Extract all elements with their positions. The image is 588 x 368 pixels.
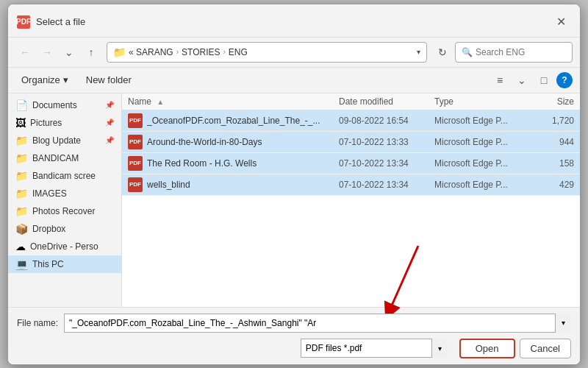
- sidebar-item-images[interactable]: 📁 IMAGES: [8, 185, 121, 202]
- sidebar-item-this-pc[interactable]: 💻 This PC: [8, 255, 121, 273]
- sidebar-item-dropbox[interactable]: 📦 Dropbox: [8, 220, 121, 238]
- sidebar-item-bandicam-scree[interactable]: 📁 Bandicam scree: [8, 167, 121, 185]
- file-size-cell: 429: [530, 180, 574, 190]
- pdf-icon: PDF: [128, 113, 143, 128]
- search-input[interactable]: [476, 47, 564, 57]
- dropbox-icon: 📦: [15, 223, 28, 235]
- sidebar-item-bandicam[interactable]: 📁 BANDICAM: [8, 149, 121, 167]
- file-name-cell: wells_blind: [147, 180, 339, 190]
- table-row[interactable]: PDF _OceanofPDF.com_Rozabal_Line_The_-_.…: [122, 110, 580, 132]
- cancel-button[interactable]: Cancel: [520, 339, 571, 358]
- column-name[interactable]: Name ▲: [128, 96, 339, 107]
- bottom-section: File name: ▾ PDF files *.pdf ▾ Open Canc…: [8, 307, 580, 364]
- sort-arrow: ▲: [157, 98, 164, 106]
- file-date-cell: 07-10-2022 13:34: [339, 180, 434, 190]
- toolbar: Organize ▾ New folder ≡ ⌄ □ ?: [8, 68, 580, 93]
- dialog-icon: PDF: [17, 15, 30, 29]
- breadcrumb[interactable]: 📁 « SARANG › STORIES › ENG ▾: [107, 42, 427, 63]
- file-name-cell: _OceanofPDF.com_Rozabal_Line_The_-_...: [147, 116, 339, 126]
- file-list: Name ▲ Date modified Type Size PDF _Ocea…: [122, 93, 580, 307]
- pdf-icon: PDF: [128, 177, 143, 192]
- file-type-cell: Microsoft Edge P...: [434, 116, 530, 126]
- file-size-cell: 1,720: [530, 116, 574, 126]
- folder-icon-blog: 📁: [15, 135, 28, 146]
- view-details-button[interactable]: ≡: [490, 71, 509, 90]
- folder-icon-bandicam2: 📁: [15, 170, 28, 182]
- search-icon: 🔍: [462, 47, 473, 57]
- view-pane-button[interactable]: □: [534, 71, 553, 90]
- file-type-select-wrapper: PDF files *.pdf ▾: [301, 339, 448, 358]
- pdf-icon: PDF: [128, 156, 143, 171]
- file-size-cell: 158: [530, 158, 574, 169]
- main-content: 📄 Documents 📌 🖼 Pictures 📌 📁 Blog Update…: [8, 93, 580, 307]
- pictures-icon: 🖼: [15, 117, 26, 129]
- column-type[interactable]: Type: [434, 96, 530, 107]
- table-row[interactable]: PDF The Red Room - H.G. Wells 07-10-2022…: [122, 153, 580, 174]
- sidebar-item-documents[interactable]: 📄 Documents 📌: [8, 96, 121, 114]
- sidebar: 📄 Documents 📌 🖼 Pictures 📌 📁 Blog Update…: [8, 93, 122, 307]
- up-button[interactable]: ↑: [82, 43, 101, 62]
- refresh-button[interactable]: ↻: [433, 43, 452, 62]
- column-date[interactable]: Date modified: [339, 96, 434, 107]
- file-type-cell: Microsoft Edge P...: [434, 137, 530, 147]
- pin-icon3: 📌: [105, 136, 114, 144]
- open-button[interactable]: Open: [459, 339, 515, 358]
- folder-icon-photos: 📁: [15, 205, 28, 217]
- organize-button[interactable]: Organize ▾: [15, 72, 74, 88]
- breadcrumb-part2: STORIES: [182, 47, 220, 57]
- folder-icon-images: 📁: [15, 188, 28, 199]
- dropdown-button[interactable]: ⌄: [60, 43, 79, 62]
- pdf-icon: PDF: [128, 135, 143, 149]
- title-bar: PDF Select a file ✕: [8, 4, 580, 38]
- sidebar-item-blog-update[interactable]: 📁 Blog Update 📌: [8, 132, 121, 149]
- file-date-cell: 07-10-2022 13:34: [339, 158, 434, 169]
- sidebar-item-photos-recover[interactable]: 📁 Photos Recover: [8, 202, 121, 220]
- file-type-row: PDF files *.pdf ▾ Open Cancel: [17, 339, 571, 358]
- navigation-bar: ← → ⌄ ↑ 📁 « SARANG › STORIES › ENG ▾ ↻ 🔍: [8, 38, 580, 68]
- file-name-dropdown-button[interactable]: ▾: [555, 314, 571, 333]
- breadcrumb-part1: « SARANG: [129, 47, 173, 57]
- table-row[interactable]: PDF wells_blind 07-10-2022 13:34 Microso…: [122, 174, 580, 196]
- view-dropdown-button[interactable]: ⌄: [512, 71, 531, 90]
- new-folder-button[interactable]: New folder: [80, 72, 137, 88]
- organize-dropdown-icon: ▾: [63, 74, 68, 85]
- sidebar-item-pictures[interactable]: 🖼 Pictures 📌: [8, 114, 121, 132]
- file-size-cell: 944: [530, 137, 574, 147]
- file-type-cell: Microsoft Edge P...: [434, 180, 530, 190]
- back-button[interactable]: ←: [15, 43, 35, 62]
- forward-button[interactable]: →: [37, 43, 57, 62]
- file-name-label: File name:: [17, 318, 58, 328]
- pc-icon: 💻: [15, 258, 28, 270]
- file-date-cell: 07-10-2022 13:33: [339, 137, 434, 147]
- sidebar-item-onedrive[interactable]: ☁ OneDrive - Perso: [8, 238, 121, 255]
- breadcrumb-dropdown-arrow[interactable]: ▾: [417, 48, 420, 56]
- file-type-cell: Microsoft Edge P...: [434, 158, 530, 169]
- file-dialog: PDF Select a file ✕ ← → ⌄ ↑ 📁 « SARANG ›…: [7, 4, 581, 365]
- folder-icon-bandicam: 📁: [15, 152, 28, 164]
- action-buttons: Open Cancel: [459, 339, 571, 358]
- file-date-cell: 09-08-2022 16:54: [339, 116, 434, 126]
- dialog-title: Select a file: [36, 16, 85, 27]
- file-name-cell: The Red Room - H.G. Wells: [147, 158, 339, 169]
- onedrive-icon: ☁: [15, 241, 26, 252]
- file-name-cell: Around-the-World-in-80-Days: [147, 137, 339, 147]
- table-row[interactable]: PDF Around-the-World-in-80-Days 07-10-20…: [122, 132, 580, 153]
- file-name-row: File name: ▾: [17, 314, 571, 333]
- pin-icon2: 📌: [105, 118, 114, 127]
- file-name-input-wrapper: ▾: [64, 314, 571, 333]
- folder-icon: 📁: [113, 46, 126, 58]
- file-type-select[interactable]: PDF files *.pdf: [301, 339, 448, 358]
- file-name-input[interactable]: [64, 314, 571, 333]
- help-button[interactable]: ?: [556, 72, 573, 88]
- pin-icon: 📌: [105, 101, 114, 109]
- document-icon: 📄: [15, 99, 28, 111]
- close-button[interactable]: ✕: [551, 12, 571, 32]
- breadcrumb-part3: ENG: [229, 47, 248, 57]
- search-box: 🔍: [455, 42, 573, 63]
- column-size[interactable]: Size: [530, 96, 574, 107]
- file-list-header: Name ▲ Date modified Type Size: [122, 93, 580, 110]
